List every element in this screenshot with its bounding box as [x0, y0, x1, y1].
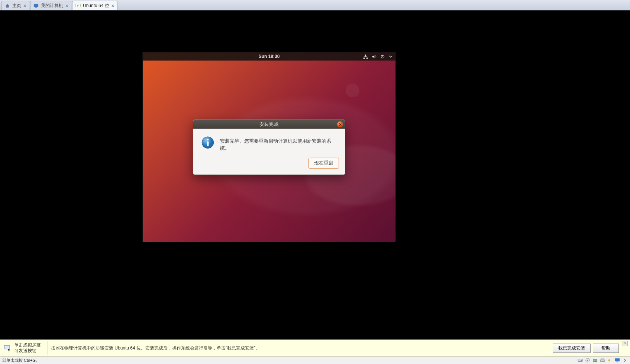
dialog-close-button[interactable] — [337, 121, 343, 127]
cd-icon[interactable] — [585, 357, 591, 363]
status-bar: 部单击或按 Ctrl+G。 — [0, 357, 630, 364]
install-hint-bar: 单击虚拟屏幕 可发送按键 按照在物理计算机中的步骤安装 Ubuntu 64 位。… — [0, 339, 630, 357]
install-complete-dialog: 安装完成 安装完毕。您需要重新启动计算机以使用新安装的系统。 现在重启 — [193, 120, 345, 175]
tab-home-close[interactable]: × — [23, 3, 26, 9]
tab-ubuntu[interactable]: Ubuntu 64 位 × — [72, 1, 117, 10]
svg-point-16 — [587, 360, 588, 361]
dialog-titlebar[interactable]: 安装完成 — [193, 120, 345, 129]
svg-point-14 — [581, 360, 582, 361]
monitor-icon — [33, 3, 39, 9]
restart-now-button[interactable]: 现在重启 — [308, 157, 339, 168]
svg-rect-21 — [601, 360, 605, 361]
svg-rect-11 — [207, 142, 209, 146]
help-button[interactable]: 帮助 — [593, 344, 619, 353]
status-hint-text: 部单击或按 Ctrl+G。 — [2, 358, 40, 363]
svg-rect-18 — [594, 360, 595, 361]
network-icon — [363, 54, 368, 59]
svg-rect-24 — [616, 362, 618, 363]
tab-ubuntu-label: Ubuntu 64 位 — [83, 3, 109, 9]
host-black-filler — [0, 285, 630, 339]
dialog-title: 安装完成 — [259, 121, 279, 127]
volume-icon — [372, 54, 377, 59]
power-icon — [380, 54, 385, 59]
vm-icon — [75, 3, 81, 9]
home-icon — [5, 3, 10, 9]
svg-rect-19 — [595, 360, 595, 361]
svg-point-10 — [207, 139, 209, 140]
svg-rect-22 — [601, 358, 604, 360]
tab-my-computer-label: 我的计算机 — [41, 3, 63, 9]
ubuntu-system-menu[interactable] — [363, 54, 392, 59]
status-device-icons — [577, 357, 628, 363]
sound-card-icon[interactable] — [607, 357, 613, 363]
svg-rect-1 — [35, 7, 37, 8]
click-inside-hint-line2: 可发送按键 — [14, 348, 41, 354]
tab-home-label: 主页 — [12, 3, 21, 9]
tab-ubuntu-close[interactable]: × — [112, 3, 114, 9]
tab-home[interactable]: 主页 × — [1, 1, 29, 10]
vm-viewport[interactable]: Sun 18:30 安装完成 — [0, 10, 630, 285]
printer-icon[interactable] — [600, 357, 605, 363]
chevron-down-icon — [389, 55, 392, 58]
info-icon — [201, 136, 215, 150]
tab-my-computer-close[interactable]: × — [65, 3, 68, 9]
click-inside-hint: 单击虚拟屏幕 可发送按键 — [14, 342, 41, 354]
svg-rect-23 — [615, 358, 620, 361]
ubuntu-clock: Sun 18:30 — [259, 54, 280, 59]
network-adapter-icon[interactable] — [592, 357, 598, 363]
host-tab-bar: 主页 × 我的计算机 × Ubuntu 64 位 × — [0, 0, 630, 10]
finished-install-button[interactable]: 我已完成安装 — [553, 344, 591, 353]
svg-rect-0 — [34, 4, 38, 7]
display-icon[interactable] — [614, 357, 620, 363]
close-icon — [339, 123, 342, 126]
svg-rect-12 — [4, 345, 10, 349]
status-chevron-icon[interactable] — [622, 357, 628, 363]
install-instructions-text: 按照在物理计算机中的步骤安装 Ubuntu 64 位。安装完成后，操作系统会进行… — [51, 345, 260, 351]
svg-rect-4 — [365, 54, 366, 55]
ubuntu-top-bar: Sun 18:30 — [143, 52, 395, 61]
click-inside-hint-line1: 单击虚拟屏幕 — [14, 342, 41, 348]
monitor-pointer-icon — [4, 344, 11, 352]
dialog-message: 安装完毕。您需要重新启动计算机以使用新安装的系统。 — [220, 136, 337, 152]
hint-divider — [48, 341, 48, 355]
hdd-icon[interactable] — [577, 357, 583, 363]
svg-rect-5 — [364, 57, 365, 58]
tab-my-computer[interactable]: 我的计算机 × — [30, 1, 71, 10]
hint-close-button[interactable]: × — [623, 341, 628, 346]
svg-rect-6 — [366, 57, 368, 58]
guest-ubuntu-screen[interactable]: Sun 18:30 安装完成 — [143, 52, 395, 242]
svg-rect-20 — [596, 360, 597, 361]
